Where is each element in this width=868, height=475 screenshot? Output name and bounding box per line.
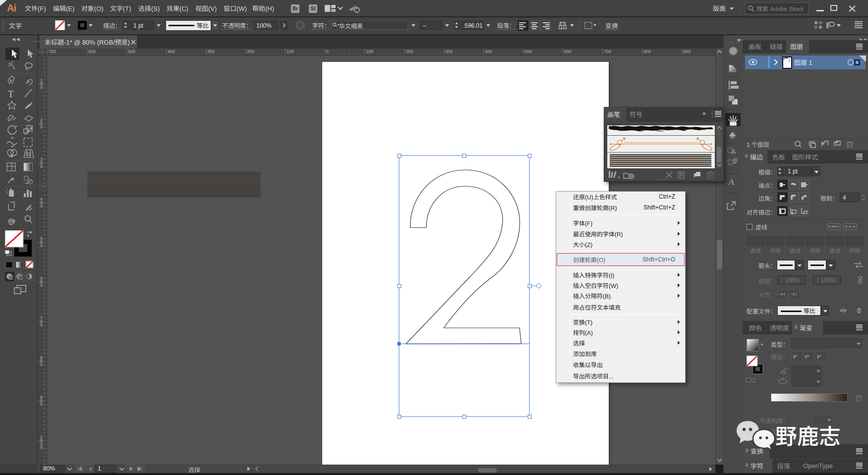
svg-text:A: A	[728, 177, 734, 187]
svg-text:♣: ♣	[729, 129, 736, 140]
svg-text:2: 2	[788, 58, 791, 63]
svg-text:T: T	[8, 89, 14, 99]
